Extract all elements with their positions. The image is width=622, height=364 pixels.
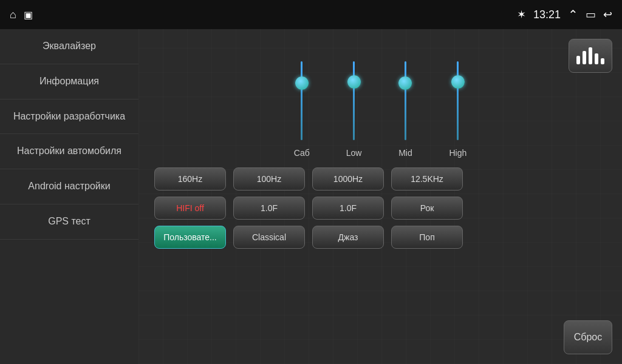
- main-layout: Эквалайзер Информация Настройки разработ…: [0, 29, 622, 364]
- eq-icon-button[interactable]: [569, 39, 612, 73]
- slider-mid: Mid: [398, 58, 412, 158]
- freq-160-button[interactable]: 160Hz: [154, 167, 226, 190]
- freq-1000-button[interactable]: 1000Hz: [312, 167, 384, 190]
- bluetooth-icon: ✶: [517, 8, 526, 21]
- sidebar-item-equalizer[interactable]: Эквалайзер: [0, 29, 138, 64]
- eq-bars-icon: [576, 47, 604, 64]
- slider-track-sab: [301, 61, 302, 140]
- slider-label-low: Low: [346, 148, 362, 158]
- sidebar-item-dev-settings[interactable]: Настройки разработчика: [0, 99, 138, 135]
- reset-button[interactable]: Сброс: [564, 320, 612, 354]
- preset-row: Пользовате... Classical Джаз Поп: [148, 226, 612, 249]
- slider-thumb-high[interactable]: [451, 75, 465, 89]
- sidebar-item-information[interactable]: Информация: [0, 64, 138, 99]
- slider-sab: Саб: [294, 58, 310, 158]
- slider-thumb-sab[interactable]: [295, 76, 309, 90]
- sliders-row: Саб Low Mid: [148, 49, 612, 158]
- slider-thumb-mid[interactable]: [398, 76, 412, 90]
- status-time: 13:21: [533, 8, 561, 21]
- freq-100-button[interactable]: 100Hz: [233, 167, 305, 190]
- slider-label-sab: Саб: [294, 148, 310, 158]
- slider-label-mid: Mid: [398, 148, 412, 158]
- pop-button[interactable]: Поп: [391, 226, 463, 249]
- rok-button[interactable]: Рок: [391, 197, 463, 220]
- freq-row: 160Hz 100Hz 1000Hz 12.5KHz: [148, 167, 612, 190]
- screen-icon: ▭: [586, 8, 596, 21]
- classical-button[interactable]: Classical: [233, 226, 305, 249]
- slider-low: Low: [346, 58, 362, 158]
- sidebar-item-gps-test[interactable]: GPS тест: [0, 204, 138, 240]
- sidebar-item-car-settings[interactable]: Настройки автомобиля: [0, 134, 138, 169]
- slider-label-high: High: [449, 148, 466, 158]
- up-arrow-icon: ⌃: [568, 7, 578, 22]
- back-icon[interactable]: ↩: [603, 8, 612, 21]
- hifi-button[interactable]: HIFI off: [154, 197, 226, 220]
- slider-thumb-low[interactable]: [347, 75, 361, 89]
- freq-12k5-button[interactable]: 12.5KHz: [391, 167, 463, 190]
- slider-track-low: [353, 61, 355, 140]
- screenshot-icon: ▣: [24, 9, 33, 21]
- sidebar: Эквалайзер Информация Настройки разработ…: [0, 29, 138, 364]
- val2-button[interactable]: 1.0F: [312, 197, 384, 220]
- sidebar-item-android-settings[interactable]: Android настройки: [0, 169, 138, 204]
- status-bar: ⌂ ▣ ✶ 13:21 ⌃ ▭ ↩: [0, 0, 622, 29]
- slider-track-high: [457, 61, 459, 140]
- user-preset-button[interactable]: Пользовате...: [154, 226, 226, 249]
- equalizer-content: Саб Low Mid: [138, 29, 622, 364]
- hifi-row: HIFI off 1.0F 1.0F Рок: [148, 197, 612, 220]
- home-icon[interactable]: ⌂: [10, 8, 16, 21]
- slider-high: High: [449, 58, 466, 158]
- buttons-section: 160Hz 100Hz 1000Hz 12.5KHz HIFI off 1.0F…: [148, 167, 612, 249]
- jazz-button[interactable]: Джаз: [312, 226, 384, 249]
- val1-button[interactable]: 1.0F: [233, 197, 305, 220]
- slider-track-mid: [405, 61, 406, 140]
